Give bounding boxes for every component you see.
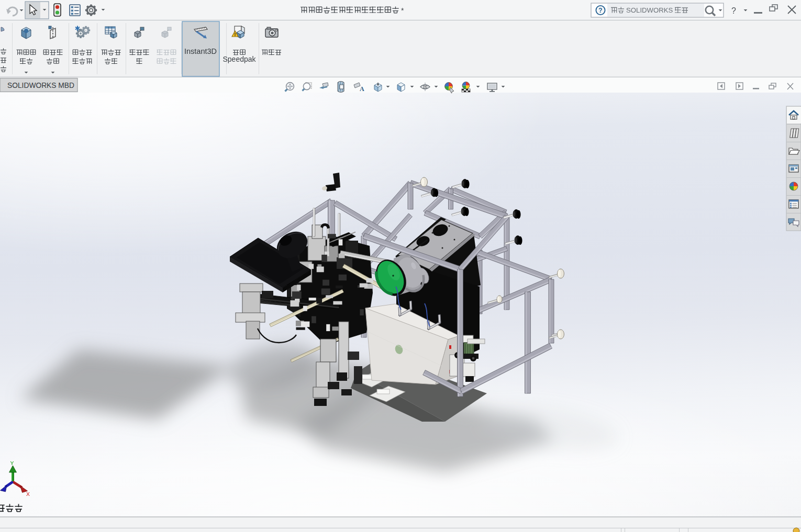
svg-text:Speedpak: Speedpak (222, 55, 256, 63)
svg-text:Y: Y (10, 460, 14, 467)
svg-text:X: X (26, 491, 30, 497)
svg-text:A: A (360, 85, 364, 93)
svg-text:Instant3D: Instant3D (184, 47, 217, 55)
svg-text:*: * (401, 6, 404, 15)
svg-text:!: ! (235, 32, 236, 37)
svg-text:SOLIDWORKS: SOLIDWORKS (626, 6, 673, 14)
svg-text:?: ? (731, 6, 736, 15)
svg-text:?: ? (598, 7, 602, 14)
svg-text:SOLIDWORKS MBD: SOLIDWORKS MBD (7, 82, 74, 89)
